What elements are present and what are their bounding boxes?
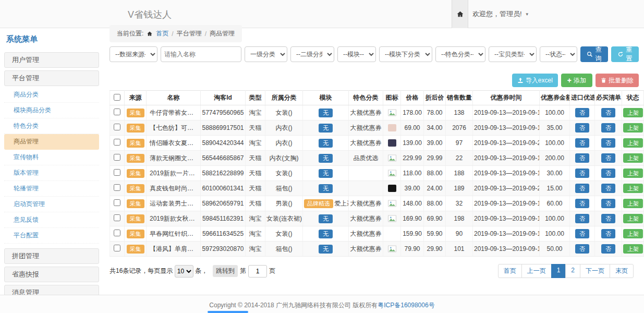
must-buy-toggle[interactable]: 否 [601,184,615,193]
pager-last[interactable]: 末页 [610,264,634,278]
sidebar-item-轮播管理[interactable]: 轮播管理 [4,181,99,197]
row-checkbox[interactable] [114,199,120,206]
sidebar-item-商品分类[interactable]: 商品分类 [4,87,99,103]
horizontal-scrollbar-thumb[interactable] [208,311,248,313]
price: 69.00 [401,121,424,136]
import-excel-button[interactable]: 导入excel [512,74,558,87]
filter-select-feature-category[interactable]: --特色分类-- [435,46,485,62]
select-all-checkbox[interactable] [114,94,120,101]
must-buy-toggle[interactable]: 否 [601,229,615,238]
import-optional-toggle[interactable]: 否 [575,214,589,223]
pager: 首页上一页12下一页末页 [499,264,634,278]
sidebar-item-特色分类[interactable]: 特色分类 [4,118,99,134]
import-optional-toggle[interactable]: 否 [575,138,589,148]
breadcrumb-home-link[interactable]: 首页 [156,29,168,38]
row-checkbox[interactable] [114,230,120,236]
import-optional-toggle[interactable]: 否 [575,153,589,163]
reset-button[interactable]: 重置 [611,46,639,62]
filter-select-status[interactable]: --状态-- [540,46,577,62]
status-badge[interactable]: 上架 [623,199,643,208]
add-button[interactable]: + 添加 [561,74,592,87]
source-cell: 采集 [125,151,147,166]
row-checkbox[interactable] [114,214,120,221]
status-badge[interactable]: 上架 [623,229,643,238]
import-optional-toggle[interactable]: 否 [575,244,589,254]
sidebar-group-platform[interactable]: 平台管理 [4,70,99,86]
product-category: 女装() [265,105,303,121]
search-button[interactable]: 查询 [580,46,608,62]
sidebar-item-平台配置[interactable]: 平台配置 [4,228,99,244]
column-header-特色分类: 特色分类 [349,91,383,105]
price: 169.90 [401,211,424,226]
pager-first[interactable]: 首页 [498,264,522,278]
row-checkbox[interactable] [114,169,120,176]
filter-select-level1-category[interactable]: 一级分类 [245,46,287,62]
import-optional-toggle[interactable]: 否 [575,123,589,133]
sidebar-group-拼团管理[interactable]: 拼团管理 [4,248,99,264]
pager-next[interactable]: 下一页 [580,264,610,278]
reset-button-label: 重置 [626,45,633,63]
icp-link[interactable]: 粤ICP备16098006号 [378,302,434,309]
product-icon-cell [383,196,401,211]
sales-count: 32 [446,196,473,211]
must-buy-toggle[interactable]: 否 [601,123,615,133]
sidebar-group-省惠快报[interactable]: 省惠快报 [4,267,99,282]
row-checkbox[interactable] [114,109,120,115]
status-badge[interactable]: 上架 [623,244,643,254]
jump-page-input[interactable] [248,265,267,278]
jump-button[interactable]: 跳转到 [213,265,238,277]
pager-page-2[interactable]: 2 [565,264,580,278]
filter-select-module-sub-category[interactable]: --模块下分类-- [379,46,432,62]
status-badge[interactable]: 上架 [623,108,643,117]
row-checkbox[interactable] [114,184,120,191]
import-optional-toggle[interactable]: 否 [575,108,589,117]
sidebar-item-启动页管理[interactable]: 启动页管理 [4,197,99,212]
row-checkbox[interactable] [114,124,120,130]
filter-select-item-type[interactable]: --宝贝类型-- [489,46,537,62]
product-type: 天猫 [246,181,265,196]
sidebar-item-意见反馈[interactable]: 意见反馈 [4,212,99,228]
sidebar-item-模块商品分类[interactable]: 模块商品分类 [4,103,99,118]
status-badge[interactable]: 上架 [623,123,643,133]
status-badge[interactable]: 上架 [623,168,643,178]
must-buy-toggle[interactable]: 否 [601,153,615,163]
sidebar-item-宣传物料[interactable]: 宣传物料 [4,150,99,165]
pager-prev[interactable]: 上一页 [521,264,552,278]
status-badge[interactable]: 上架 [623,153,643,163]
must-buy-toggle[interactable]: 否 [601,108,615,117]
import-optional-toggle[interactable]: 否 [575,199,589,208]
filter-select-level2-category[interactable]: --二级分类-- [290,46,334,62]
filter-select-module[interactable]: --模块-- [337,46,376,62]
must-buy-toggle[interactable]: 否 [601,214,615,223]
row-checkbox[interactable] [114,154,120,161]
taoke-id: 588869917501 [201,121,246,136]
must-buy-toggle[interactable]: 否 [601,199,615,208]
price: 79.90 [401,242,424,257]
price: 148.00 [401,196,424,211]
status-badge[interactable]: 上架 [623,138,643,148]
pager-page-1[interactable]: 1 [551,264,566,278]
sidebar-group-消息管理[interactable]: 消息管理 [4,285,99,295]
name-search-input[interactable] [161,46,241,62]
must-buy-toggle[interactable]: 否 [601,244,615,254]
filter-select-data-source[interactable]: --数据来源-- [110,46,157,62]
status-cell: 上架 [622,181,644,196]
row-checkbox[interactable] [114,139,120,146]
sidebar-group-user[interactable]: 用户管理 [4,52,99,68]
source-cell: 采集 [125,242,147,257]
import-optional-toggle[interactable]: 否 [575,184,589,193]
home-button[interactable] [452,0,468,28]
must-buy-toggle[interactable]: 否 [601,138,615,148]
must-buy-toggle[interactable]: 否 [601,168,615,178]
per-page-select[interactable]: 10 [175,265,193,278]
status-badge[interactable]: 上架 [623,214,643,223]
import-optional-toggle[interactable]: 否 [575,229,589,238]
row-checkbox[interactable] [114,245,120,251]
batch-delete-button[interactable]: 批量删除 [596,74,639,87]
status-badge[interactable]: 上架 [623,184,643,193]
import-optional-toggle[interactable]: 否 [575,168,589,178]
sidebar-item-商品管理[interactable]: 商品管理 [4,134,99,150]
module-cell: 无 [303,211,349,226]
user-menu[interactable]: 欢迎您，管理员! ▼ [472,0,529,28]
sidebar-item-版本管理[interactable]: 版本管理 [4,165,99,181]
